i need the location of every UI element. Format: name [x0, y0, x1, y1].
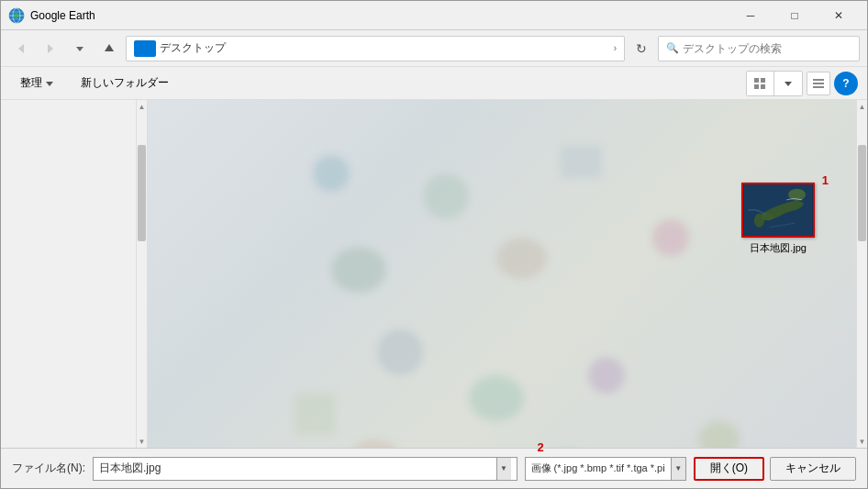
search-box: 🔍	[658, 36, 860, 61]
filetype-dropdown-arrow[interactable]: ▼	[671, 458, 685, 480]
right-scroll-thumb[interactable]	[858, 145, 866, 241]
toolbar-right: ?	[746, 71, 858, 96]
title-bar: Google Earth ─ □ ✕	[1, 1, 867, 30]
svg-marker-15	[785, 82, 792, 86]
nav-right-controls: ↻ 🔍	[629, 36, 860, 61]
address-bar[interactable]: デスクトップ ›	[126, 36, 625, 61]
svg-rect-18	[813, 86, 824, 88]
action-buttons: 開く(O) キャンセル	[694, 457, 856, 481]
filetype-selector[interactable]: 画像 (*.jpg *.bmp *.tif *.tga *.pi ▼	[525, 457, 686, 481]
maximize-button[interactable]: □	[773, 3, 816, 28]
svg-rect-16	[813, 79, 824, 81]
address-text: デスクトップ	[160, 40, 610, 56]
large-icons-view-button[interactable]	[747, 72, 774, 95]
right-scrollbar: ▲ ▼	[856, 100, 867, 448]
cancel-button[interactable]: キャンセル	[770, 457, 856, 481]
view-dropdown-button[interactable]	[774, 72, 802, 95]
search-icon: 🔍	[666, 42, 679, 54]
filename-label: ファイル名(N):	[12, 461, 85, 476]
right-scroll-thumb-area	[857, 113, 867, 435]
svg-rect-14	[761, 84, 765, 89]
svg-rect-12	[761, 78, 765, 83]
address-chevron-icon: ›	[614, 43, 617, 53]
filename-input[interactable]	[99, 462, 496, 475]
window-controls: ─ □ ✕	[729, 3, 860, 28]
details-view-button[interactable]	[807, 72, 830, 95]
badge-2: 2	[537, 440, 543, 454]
background-icons	[148, 100, 856, 448]
badge-1: 1	[822, 173, 829, 187]
svg-marker-6	[18, 44, 24, 53]
selected-file-item[interactable]: 1	[737, 183, 819, 255]
refresh-button[interactable]: ↻	[629, 36, 654, 61]
app-icon	[8, 7, 25, 24]
search-input[interactable]	[683, 42, 851, 55]
help-button[interactable]: ?	[834, 72, 858, 95]
filename-dropdown[interactable]: ▼	[496, 458, 511, 480]
organize-button[interactable]: 整理	[10, 72, 63, 95]
up-button[interactable]	[96, 36, 122, 61]
svg-marker-10	[46, 82, 53, 86]
svg-marker-7	[48, 44, 53, 53]
right-scroll-down[interactable]: ▼	[857, 435, 867, 448]
minimize-button[interactable]: ─	[729, 3, 772, 28]
nav-dropdown-button[interactable]	[67, 36, 93, 61]
scroll-thumb[interactable]	[138, 145, 146, 241]
file-label: 日本地図.jpg	[750, 241, 807, 255]
view-buttons	[746, 71, 803, 96]
svg-rect-13	[754, 84, 759, 89]
filename-input-wrapper[interactable]: ▼	[93, 457, 517, 481]
filetype-text: 画像 (*.jpg *.bmp *.tif *.tga *.pi	[526, 458, 671, 480]
file-dialog-window: Google Earth ─ □ ✕ デスクトップ › ↻ 🔍	[0, 0, 868, 489]
scroll-up-arrow[interactable]: ▲	[137, 100, 147, 113]
navigation-bar: デスクトップ › ↻ 🔍	[1, 30, 867, 67]
left-panel: ▲ ▼	[1, 100, 148, 448]
toolbar: 整理 新しいフォルダー	[1, 67, 867, 100]
new-folder-button[interactable]: 新しいフォルダー	[71, 72, 179, 95]
left-scrollbar: ▲ ▼	[136, 100, 147, 448]
file-thumbnail	[741, 183, 815, 238]
right-scroll-up[interactable]: ▲	[857, 100, 867, 113]
bottom-bar: ファイル名(N): ▼ 2 画像 (*.jpg *.bmp *.tif *.tg…	[1, 448, 867, 488]
content-panel[interactable]: 1	[148, 100, 856, 448]
svg-marker-9	[105, 44, 114, 51]
scroll-down-arrow[interactable]: ▼	[137, 435, 147, 448]
folder-icon	[134, 40, 156, 57]
open-button[interactable]: 開く(O)	[694, 457, 764, 481]
main-area: ▲ ▼	[1, 100, 867, 448]
svg-point-5	[14, 13, 19, 18]
filetype-container: 2 画像 (*.jpg *.bmp *.tif *.tga *.pi ▼	[525, 457, 686, 481]
scroll-thumb-area	[137, 113, 147, 435]
back-button[interactable]	[8, 36, 34, 61]
close-button[interactable]: ✕	[818, 3, 860, 28]
svg-rect-11	[754, 78, 759, 83]
forward-button[interactable]	[38, 36, 63, 61]
window-title: Google Earth	[30, 9, 729, 22]
svg-marker-8	[76, 47, 83, 51]
svg-rect-17	[813, 83, 824, 84]
